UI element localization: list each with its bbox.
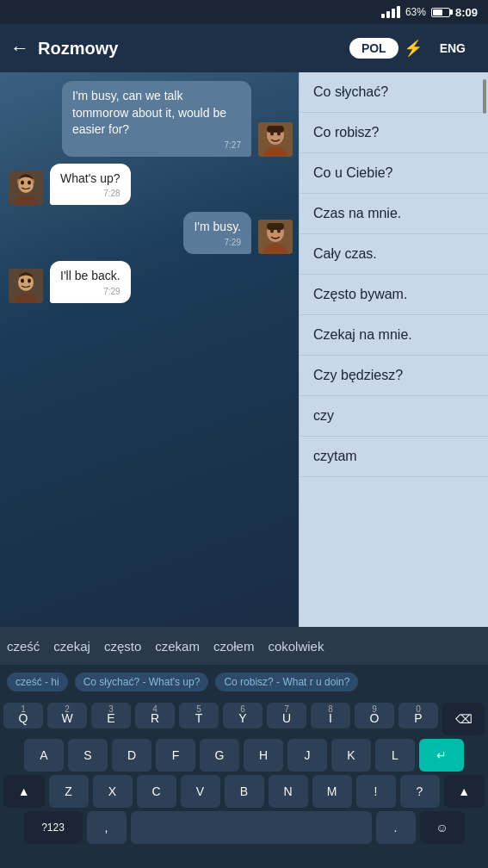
language-toggle: POL ⚡ ENG bbox=[349, 38, 478, 59]
message-time: 7:27 bbox=[72, 140, 241, 150]
key-9[interactable]: 9O bbox=[355, 703, 394, 728]
key-z[interactable]: Z bbox=[49, 775, 89, 808]
period-key[interactable]: . bbox=[376, 811, 416, 844]
list-item[interactable]: Co słychać? bbox=[300, 72, 488, 113]
main-container: I'm busy, can we talk tommorow about it,… bbox=[0, 72, 488, 627]
svg-point-9 bbox=[21, 181, 24, 185]
list-item[interactable]: Czekaj na mnie. bbox=[300, 315, 488, 356]
table-row: I'm busy, can we talk tommorow about it,… bbox=[9, 81, 293, 157]
key-d[interactable]: D bbox=[112, 739, 151, 772]
message-text: I'm busy. bbox=[194, 219, 241, 236]
suggestion-item[interactable]: cześć bbox=[7, 639, 40, 654]
suggestion-item[interactable]: często bbox=[104, 639, 141, 654]
key-g[interactable]: G bbox=[200, 739, 239, 772]
quick-phrase-item[interactable]: cześć - hi bbox=[7, 673, 68, 691]
list-item[interactable]: Czas na mnie. bbox=[300, 194, 488, 234]
suggestion-item[interactable]: czekam bbox=[155, 639, 200, 654]
list-item[interactable]: Co u Ciebie? bbox=[300, 153, 488, 194]
lang-pol-button[interactable]: POL bbox=[349, 38, 398, 59]
suggestion-item[interactable]: cokolwiek bbox=[268, 639, 324, 654]
key-j[interactable]: J bbox=[287, 739, 327, 772]
backspace-key[interactable]: ⌫ bbox=[442, 703, 485, 735]
key-c[interactable]: C bbox=[137, 775, 176, 808]
avatar bbox=[9, 269, 43, 303]
keyboard-row-bottom: ?123 , . ☺ bbox=[3, 811, 485, 844]
svg-rect-16 bbox=[267, 223, 284, 230]
list-item[interactable]: Co robisz? bbox=[300, 113, 488, 153]
keyboard-row-3: ▲ Z X C V B N M ! ? ▲ bbox=[3, 775, 485, 808]
list-item[interactable]: Często bywam. bbox=[300, 275, 488, 315]
nums-key[interactable]: ?123 bbox=[24, 811, 83, 844]
message-text: I'm busy, can we talk tommorow about it,… bbox=[72, 88, 241, 139]
key-v[interactable]: V bbox=[181, 775, 220, 808]
key-question[interactable]: ? bbox=[400, 775, 440, 808]
emoji-key[interactable]: ☺ bbox=[420, 811, 465, 844]
svg-point-21 bbox=[28, 278, 31, 282]
svg-point-10 bbox=[28, 181, 31, 185]
header: ← Rozmowy POL ⚡ ENG bbox=[0, 24, 488, 72]
key-h[interactable]: H bbox=[244, 739, 283, 772]
quick-phrase-item[interactable]: Co słychać? - What's up? bbox=[75, 673, 209, 691]
list-item[interactable]: czy bbox=[300, 396, 488, 437]
quick-phrases-bar: cześć - hi Co słychać? - What's up? Co r… bbox=[0, 665, 488, 699]
key-7[interactable]: 7U bbox=[267, 703, 306, 728]
table-row: I'm busy. 7:29 bbox=[9, 212, 293, 254]
svg-point-20 bbox=[21, 278, 24, 282]
enter-key[interactable]: ↵ bbox=[419, 739, 464, 772]
key-m[interactable]: M bbox=[312, 775, 352, 808]
key-6[interactable]: 6Y bbox=[223, 703, 263, 728]
keyboard-row-2: A S D F G H J K L ↵ bbox=[3, 739, 485, 772]
space-key[interactable] bbox=[131, 811, 372, 844]
key-l[interactable]: L bbox=[375, 739, 415, 772]
keyboard: 1Q 2W 3E 4R 5T 6Y 7U 8I 9O 0P ⌫ A S D F … bbox=[0, 699, 488, 868]
table-row: What's up? 7:28 bbox=[9, 164, 293, 206]
avatar bbox=[258, 122, 293, 157]
message-text: I'll be back. bbox=[60, 268, 120, 285]
key-k[interactable]: K bbox=[331, 739, 371, 772]
shift-key[interactable]: ▲ bbox=[3, 775, 45, 808]
key-5[interactable]: 5T bbox=[179, 703, 219, 728]
message-bubble: What's up? 7:28 bbox=[50, 164, 131, 206]
svg-rect-5 bbox=[267, 126, 284, 133]
lang-eng-button[interactable]: ENG bbox=[428, 38, 478, 59]
list-item[interactable]: Czy będziesz? bbox=[300, 356, 488, 396]
avatar bbox=[258, 220, 293, 254]
scrollbar[interactable] bbox=[483, 79, 486, 114]
key-n[interactable]: N bbox=[269, 775, 308, 808]
status-bar: 63% 8:09 bbox=[0, 0, 488, 24]
key-4[interactable]: 4R bbox=[135, 703, 175, 728]
key-s[interactable]: S bbox=[68, 739, 108, 772]
key-f[interactable]: F bbox=[156, 739, 195, 772]
key-a[interactable]: A bbox=[24, 739, 64, 772]
key-8[interactable]: 8I bbox=[311, 703, 350, 728]
battery-percent: 63% bbox=[405, 6, 426, 18]
status-time: 8:09 bbox=[455, 6, 478, 19]
shift-right-key[interactable]: ▲ bbox=[444, 775, 485, 808]
list-item[interactable]: Cały czas. bbox=[300, 234, 488, 275]
key-0[interactable]: 0P bbox=[398, 703, 438, 728]
table-row: I'll be back. 7:29 bbox=[9, 261, 293, 303]
message-bubble: I'm busy. 7:29 bbox=[183, 212, 251, 254]
quick-phrase-item[interactable]: Co robisz? - What r u doin? bbox=[215, 673, 358, 691]
message-text: What's up? bbox=[60, 170, 120, 188]
list-item[interactable]: czytam bbox=[300, 437, 488, 477]
key-exclaim[interactable]: ! bbox=[356, 775, 396, 808]
key-2[interactable]: 2W bbox=[47, 703, 87, 728]
key-b[interactable]: B bbox=[225, 775, 264, 808]
comma-key[interactable]: , bbox=[87, 811, 127, 844]
key-1[interactable]: 1Q bbox=[3, 703, 43, 728]
message-bubble: I'm busy, can we talk tommorow about it,… bbox=[62, 81, 251, 157]
avatar bbox=[9, 170, 43, 205]
page-title: Rozmowy bbox=[38, 39, 349, 59]
language-arrow-icon: ⚡ bbox=[404, 39, 423, 58]
suggestion-item[interactable]: czekaj bbox=[53, 639, 90, 654]
battery-icon bbox=[431, 8, 450, 17]
suggestions-dropdown: Co słychać? Co robisz? Co u Ciebie? Czas… bbox=[299, 72, 488, 627]
message-time: 7:29 bbox=[194, 238, 241, 247]
suggestion-item[interactable]: czołem bbox=[213, 639, 255, 654]
key-3[interactable]: 3E bbox=[91, 703, 131, 728]
back-button[interactable]: ← bbox=[10, 37, 29, 59]
key-x[interactable]: X bbox=[93, 775, 133, 808]
keyboard-row-numbers: 1Q 2W 3E 4R 5T 6Y 7U 8I 9O 0P ⌫ bbox=[3, 703, 485, 735]
chat-area: I'm busy, can we talk tommorow about it,… bbox=[0, 72, 301, 627]
